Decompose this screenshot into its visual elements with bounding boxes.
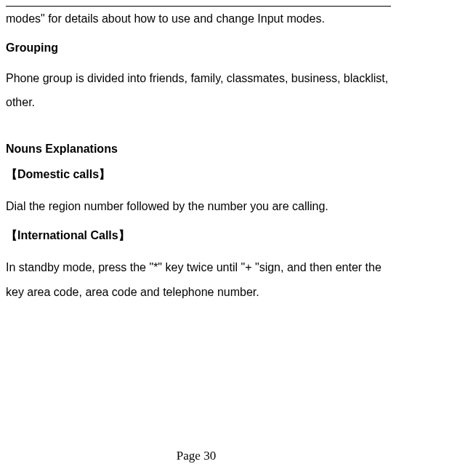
grouping-body: Phone group is divided into friends, fam… [6,66,392,115]
continuation-paragraph: modes" for details about how to use and … [6,7,392,31]
international-calls-label: 【International Calls】 [6,228,392,244]
grouping-heading: Grouping [6,41,392,55]
page-number: Page 30 [0,449,392,463]
domestic-calls-body: Dial the region number followed by the n… [6,194,392,219]
domestic-calls-label: 【Domestic calls】 [6,167,392,183]
international-calls-body: In standby mode, press the "*" key twice… [6,255,392,304]
document-page: modes" for details about how to use and … [0,0,392,305]
section-spacer [6,125,392,138]
nouns-heading: Nouns Explanations [6,143,392,156]
